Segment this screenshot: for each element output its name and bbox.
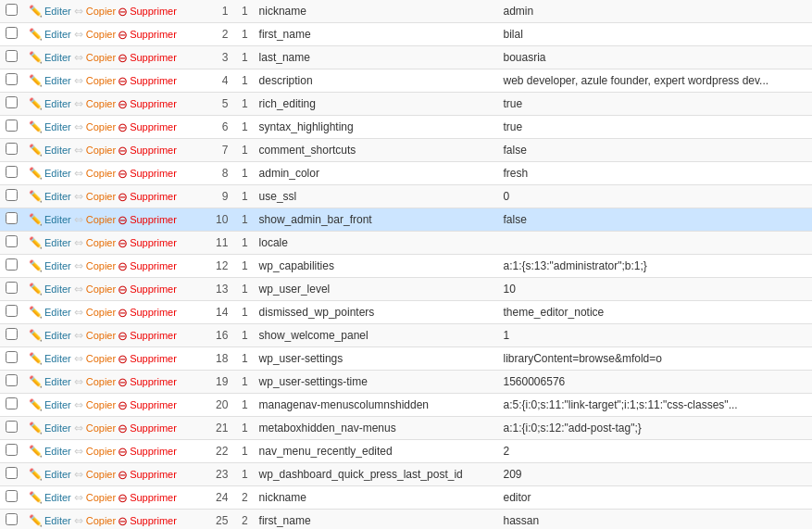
edit-button[interactable]: Editer — [44, 399, 71, 410]
edit-button[interactable]: Editer — [44, 52, 71, 63]
row-checkbox[interactable] — [0, 486, 23, 510]
row-checkbox[interactable] — [0, 208, 23, 232]
copy-button[interactable]: Copier — [86, 98, 116, 109]
delete-button[interactable]: Supprimer — [130, 168, 177, 179]
copy-button[interactable]: Copier — [86, 492, 116, 503]
row-checkbox[interactable] — [0, 255, 23, 278]
copy-button[interactable]: Copier — [86, 422, 116, 434]
delete-button[interactable]: Supprimer — [130, 6, 177, 17]
sep1: ⇔ — [74, 283, 83, 296]
row-checkbox[interactable] — [0, 232, 23, 255]
row-checkbox[interactable] — [0, 394, 23, 417]
row-checkbox[interactable] — [0, 162, 23, 185]
edit-button[interactable]: Editer — [44, 75, 71, 86]
copy-button[interactable]: Copier — [86, 469, 116, 480]
delete-button[interactable]: Supprimer — [130, 469, 177, 480]
delete-button[interactable]: Supprimer — [130, 52, 177, 63]
edit-button[interactable]: Editer — [44, 168, 71, 179]
copy-button[interactable]: Copier — [86, 121, 116, 132]
delete-button[interactable]: Supprimer — [130, 446, 177, 457]
edit-button[interactable]: Editer — [44, 422, 71, 434]
copy-button[interactable]: Copier — [86, 237, 116, 248]
copy-button[interactable]: Copier — [86, 399, 116, 410]
row-checkbox[interactable] — [0, 463, 23, 486]
edit-button[interactable]: Editer — [44, 191, 71, 202]
edit-icon: ✏️ — [29, 259, 43, 272]
delete-button[interactable]: Supprimer — [130, 121, 177, 132]
edit-button[interactable]: Editer — [44, 283, 71, 295]
delete-icon: ⊖ — [118, 120, 128, 134]
edit-button[interactable]: Editer — [44, 145, 71, 156]
row-checkbox[interactable] — [0, 139, 23, 162]
edit-button[interactable]: Editer — [44, 260, 71, 271]
edit-button[interactable]: Editer — [44, 330, 71, 341]
edit-button[interactable]: Editer — [44, 515, 71, 526]
delete-button[interactable]: Supprimer — [130, 214, 177, 225]
row-checkbox[interactable] — [0, 417, 23, 440]
delete-button[interactable]: Supprimer — [130, 376, 177, 387]
row-checkbox[interactable] — [0, 371, 23, 394]
row-checkbox[interactable] — [0, 510, 23, 530]
edit-button[interactable]: Editer — [44, 121, 71, 132]
row-checkbox[interactable] — [0, 278, 23, 301]
edit-icon: ✏️ — [29, 120, 43, 133]
copy-button[interactable]: Copier — [86, 446, 116, 457]
edit-button[interactable]: Editer — [44, 353, 71, 364]
delete-button[interactable]: Supprimer — [130, 353, 177, 364]
row-checkbox[interactable] — [0, 116, 23, 139]
delete-button[interactable]: Supprimer — [130, 330, 177, 341]
row-actions: ✏️ Editer ⇔ Copier ⊖ Supprimer — [23, 324, 205, 347]
row-checkbox[interactable] — [0, 69, 23, 93]
edit-button[interactable]: Editer — [44, 29, 71, 40]
copy-button[interactable]: Copier — [86, 515, 116, 526]
edit-button[interactable]: Editer — [44, 376, 71, 387]
copy-button[interactable]: Copier — [86, 52, 116, 63]
row-checkbox[interactable] — [0, 93, 23, 116]
edit-button[interactable]: Editer — [44, 98, 71, 109]
copy-button[interactable]: Copier — [86, 191, 116, 202]
delete-button[interactable]: Supprimer — [130, 515, 177, 526]
copy-button[interactable]: Copier — [86, 145, 116, 156]
row-checkbox[interactable] — [0, 440, 23, 463]
row-checkbox[interactable] — [0, 301, 23, 324]
copy-button[interactable]: Copier — [86, 214, 116, 225]
delete-button[interactable]: Supprimer — [130, 29, 177, 40]
meta-key: show_admin_bar_front — [254, 208, 498, 232]
copy-button[interactable]: Copier — [86, 353, 116, 364]
edit-button[interactable]: Editer — [44, 237, 71, 248]
row-checkbox[interactable] — [0, 324, 23, 347]
copy-button[interactable]: Copier — [86, 75, 116, 86]
delete-button[interactable]: Supprimer — [130, 260, 177, 271]
edit-button[interactable]: Editer — [44, 446, 71, 457]
delete-button[interactable]: Supprimer — [130, 283, 177, 295]
copy-button[interactable]: Copier — [86, 168, 116, 179]
copy-button[interactable]: Copier — [86, 29, 116, 40]
delete-button[interactable]: Supprimer — [130, 75, 177, 86]
delete-button[interactable]: Supprimer — [130, 237, 177, 248]
delete-button[interactable]: Supprimer — [130, 191, 177, 202]
copy-button[interactable]: Copier — [86, 283, 116, 295]
copy-button[interactable]: Copier — [86, 330, 116, 341]
edit-button[interactable]: Editer — [44, 469, 71, 480]
row-checkbox[interactable] — [0, 23, 23, 46]
copy-button[interactable]: Copier — [86, 376, 116, 387]
edit-button[interactable]: Editer — [44, 6, 71, 17]
delete-button[interactable]: Supprimer — [130, 307, 177, 318]
delete-button[interactable]: Supprimer — [130, 422, 177, 434]
copy-button[interactable]: Copier — [86, 6, 116, 17]
copy-button[interactable]: Copier — [86, 260, 116, 271]
delete-button[interactable]: Supprimer — [130, 492, 177, 503]
row-checkbox[interactable] — [0, 185, 23, 208]
delete-button[interactable]: Supprimer — [130, 399, 177, 410]
delete-icon: ⊖ — [118, 144, 128, 157]
edit-button[interactable]: Editer — [44, 492, 71, 503]
row-checkbox[interactable] — [0, 0, 23, 23]
copy-button[interactable]: Copier — [86, 307, 116, 318]
sep1: ⇔ — [74, 213, 83, 226]
row-checkbox[interactable] — [0, 347, 23, 371]
edit-button[interactable]: Editer — [44, 307, 71, 318]
delete-button[interactable]: Supprimer — [130, 98, 177, 109]
row-checkbox[interactable] — [0, 46, 23, 69]
edit-button[interactable]: Editer — [44, 214, 71, 225]
delete-button[interactable]: Supprimer — [130, 145, 177, 156]
